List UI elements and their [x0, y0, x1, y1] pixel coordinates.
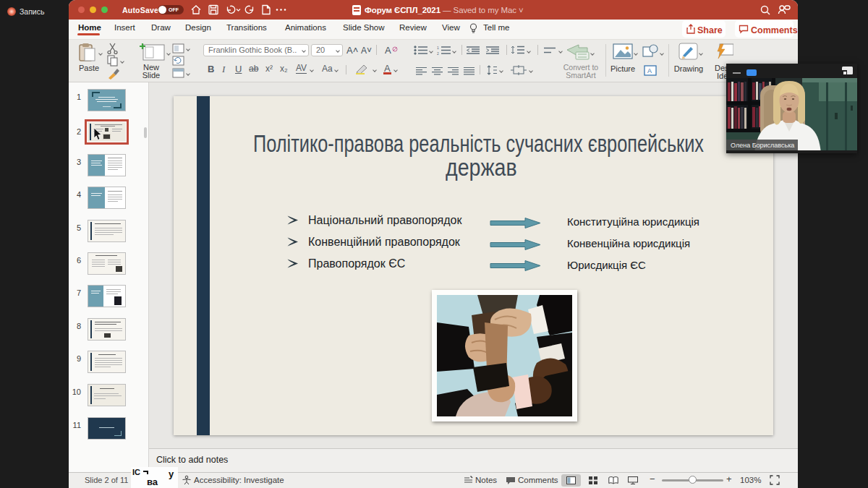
svg-text:A: A: [647, 67, 652, 74]
svg-text:1: 1: [437, 46, 439, 50]
svg-text:2: 2: [437, 51, 439, 55]
svg-text:Олена Бориславська: Олена Бориславська: [731, 142, 794, 149]
